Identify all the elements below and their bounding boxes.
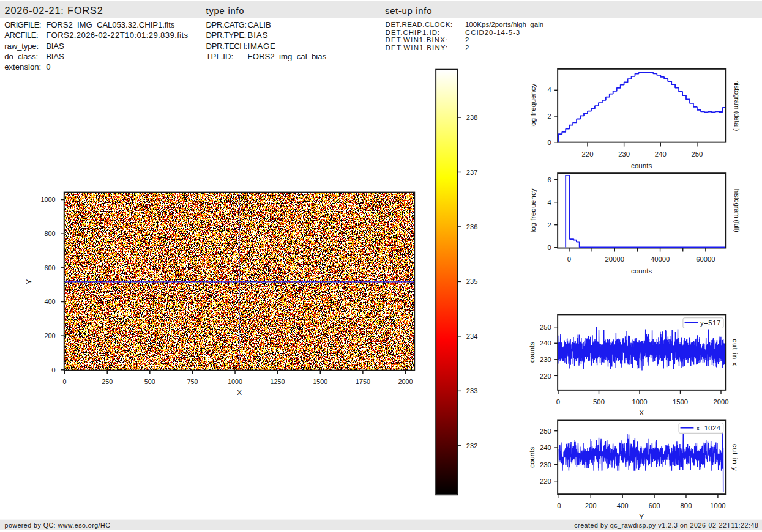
svg-text:1000: 1000	[228, 378, 242, 385]
svg-text:234: 234	[466, 333, 478, 340]
svg-text:DET.CHIP1.ID:: DET.CHIP1.ID:	[386, 29, 440, 36]
svg-text:400: 400	[617, 502, 629, 509]
svg-text:500: 500	[593, 398, 605, 405]
svg-text:2026-02-21: FORS2: 2026-02-21: FORS2	[5, 5, 103, 16]
svg-text:1000: 1000	[40, 196, 55, 203]
svg-text:0: 0	[548, 139, 551, 146]
svg-text:counts: counts	[528, 342, 536, 363]
svg-text:ORIGFILE:: ORIGFILE:	[4, 20, 41, 29]
svg-text:750: 750	[187, 378, 198, 385]
svg-text:0: 0	[567, 256, 571, 263]
svg-text:200: 200	[44, 332, 55, 339]
svg-text:230: 230	[540, 461, 551, 468]
svg-text:0: 0	[548, 244, 551, 251]
svg-text:4: 4	[548, 199, 551, 206]
svg-text:0: 0	[556, 398, 560, 405]
svg-text:CCID20-14-5-3: CCID20-14-5-3	[465, 29, 520, 36]
svg-text:2: 2	[548, 113, 551, 120]
svg-text:235: 235	[466, 278, 478, 285]
svg-text:2: 2	[548, 221, 551, 229]
svg-text:Y: Y	[24, 279, 32, 284]
svg-text:0: 0	[557, 502, 561, 509]
svg-text:4: 4	[548, 86, 551, 94]
svg-text:237: 237	[466, 169, 478, 176]
svg-text:250: 250	[540, 427, 551, 435]
svg-text:powered by QC: www.eso.org/HC: powered by QC: www.eso.org/HC	[5, 522, 111, 529]
svg-text:0: 0	[51, 366, 55, 374]
svg-text:220: 220	[540, 372, 551, 380]
svg-text:counts: counts	[528, 447, 536, 468]
svg-text:BIAS: BIAS	[46, 52, 64, 61]
svg-text:2: 2	[465, 36, 469, 43]
svg-text:counts: counts	[631, 161, 652, 169]
svg-text:X: X	[639, 408, 644, 416]
svg-text:250: 250	[691, 150, 703, 158]
svg-text:BIAS: BIAS	[248, 31, 268, 40]
svg-text:histogram (detail): histogram (detail)	[733, 80, 741, 131]
svg-text:238: 238	[466, 114, 478, 121]
svg-text:6: 6	[548, 176, 551, 183]
svg-text:DPR.CATG:: DPR.CATG:	[206, 20, 247, 29]
svg-text:DET.WIN1.BINY:: DET.WIN1.BINY:	[386, 44, 448, 51]
svg-text:240: 240	[655, 150, 667, 158]
svg-text:do_class:: do_class:	[4, 52, 38, 61]
svg-text:100Kps/2ports/high_gain: 100Kps/2ports/high_gain	[465, 21, 543, 28]
svg-text:FORS2_img_cal_bias: FORS2_img_cal_bias	[248, 52, 327, 61]
svg-text:600: 600	[44, 264, 55, 272]
svg-text:Y: Y	[639, 512, 644, 520]
svg-text:2000: 2000	[713, 398, 728, 405]
svg-text:log frequency: log frequency	[529, 84, 537, 128]
svg-text:counts: counts	[631, 267, 652, 275]
svg-text:400: 400	[44, 298, 55, 305]
svg-text:log frequency: log frequency	[529, 188, 537, 232]
svg-text:1750: 1750	[356, 378, 370, 385]
svg-text:cut in y: cut in y	[731, 444, 739, 471]
svg-text:set-up info: set-up info	[385, 6, 431, 16]
svg-text:TPL.ID:: TPL.ID:	[206, 52, 234, 61]
svg-text:220: 220	[540, 478, 551, 485]
svg-text:y=517: y=517	[700, 319, 720, 327]
svg-text:CALIB: CALIB	[248, 20, 271, 29]
svg-text:1250: 1250	[271, 378, 285, 385]
svg-text:233: 233	[466, 387, 478, 394]
svg-text:60000: 60000	[696, 256, 715, 263]
svg-text:0: 0	[46, 62, 50, 72]
svg-text:FORS2.2026-02-22T10:01:29.839.: FORS2.2026-02-22T10:01:29.839.fits	[46, 31, 188, 40]
svg-text:1500: 1500	[673, 398, 688, 405]
svg-text:2000: 2000	[398, 378, 413, 385]
svg-text:DET.READ.CLOCK:: DET.READ.CLOCK:	[386, 21, 453, 28]
svg-text:230: 230	[540, 356, 551, 363]
svg-text:histogram (full): histogram (full)	[733, 189, 741, 232]
svg-text:BIAS: BIAS	[46, 42, 64, 51]
svg-text:X: X	[237, 388, 242, 396]
svg-text:ARCFILE:: ARCFILE:	[4, 31, 39, 40]
svg-text:250: 250	[540, 323, 551, 331]
svg-text:232: 232	[466, 442, 478, 449]
svg-text:2: 2	[465, 44, 469, 51]
svg-text:1000: 1000	[632, 398, 647, 405]
svg-text:250: 250	[102, 378, 113, 385]
svg-text:240: 240	[540, 444, 551, 451]
svg-text:230: 230	[618, 150, 630, 158]
svg-text:type info: type info	[206, 6, 244, 16]
svg-text:200: 200	[585, 502, 597, 509]
svg-text:DPR.TECH:: DPR.TECH:	[206, 42, 248, 51]
svg-text:DET.WIN1.BINX:: DET.WIN1.BINX:	[386, 36, 448, 43]
svg-text:600: 600	[649, 502, 660, 509]
svg-text:raw_type:: raw_type:	[4, 42, 39, 51]
svg-text:IMAGE: IMAGE	[248, 42, 275, 51]
svg-text:0: 0	[63, 378, 67, 385]
svg-text:FORS2_IMG_CAL053.32.CHIP1.fits: FORS2_IMG_CAL053.32.CHIP1.fits	[46, 20, 175, 29]
svg-text:240: 240	[540, 339, 551, 347]
svg-text:DPR.TYPE:: DPR.TYPE:	[206, 31, 247, 40]
svg-text:800: 800	[681, 502, 692, 509]
svg-text:500: 500	[144, 378, 155, 385]
svg-text:x=1024: x=1024	[697, 424, 720, 432]
svg-text:20000: 20000	[605, 256, 624, 263]
svg-text:cut in x: cut in x	[731, 339, 739, 366]
svg-text:extension:: extension:	[4, 62, 41, 72]
svg-text:1500: 1500	[313, 378, 327, 385]
svg-text:40000: 40000	[651, 256, 670, 263]
svg-text:220: 220	[582, 150, 594, 158]
svg-text:800: 800	[44, 230, 55, 237]
